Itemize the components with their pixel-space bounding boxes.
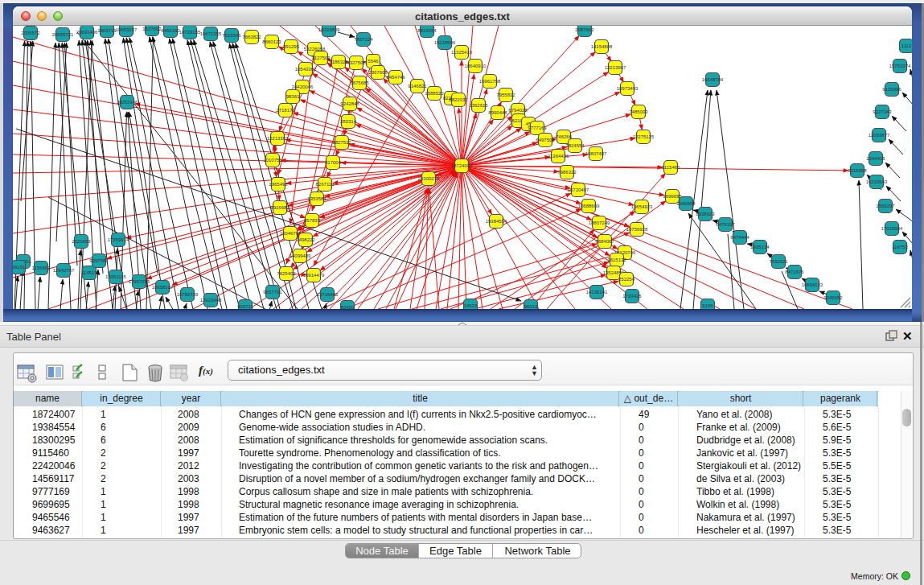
svg-text:114519: 114519 [81, 270, 97, 275]
svg-text:817004: 817004 [325, 160, 342, 165]
svg-text:9827512: 9827512 [332, 140, 351, 145]
svg-text:7955812: 7955812 [496, 93, 515, 97]
svg-text:20053346: 20053346 [117, 100, 138, 105]
svg-text:18640910: 18640910 [465, 64, 487, 68]
svg-text:1640954: 1640954 [676, 201, 696, 206]
svg-text:13716485: 13716485 [317, 292, 339, 297]
svg-text:9684067: 9684067 [595, 239, 614, 244]
svg-text:21364436: 21364436 [548, 154, 569, 159]
svg-text:1569297: 1569297 [876, 204, 895, 208]
svg-text:10719155: 10719155 [179, 30, 201, 35]
svg-text:9474444: 9474444 [730, 235, 749, 240]
svg-text:9129996: 9129996 [882, 87, 901, 92]
svg-text:19384554: 19384554 [486, 219, 507, 224]
svg-text:6497508: 6497508 [536, 138, 555, 142]
svg-text:12275125: 12275125 [633, 134, 655, 139]
svg-text:8660123: 8660123 [262, 39, 281, 44]
svg-text:2367608: 2367608 [368, 70, 388, 75]
svg-text:9146821: 9146821 [408, 84, 427, 89]
svg-text:1112: 1112 [901, 43, 912, 48]
svg-text:7986322: 7986322 [557, 170, 577, 175]
svg-text:98361: 98361 [286, 94, 300, 99]
svg-text:14523: 14523 [464, 303, 478, 308]
svg-text:3824554: 3824554 [565, 143, 585, 148]
svg-text:10958107: 10958107 [152, 285, 174, 290]
svg-text:24420046: 24420046 [292, 84, 314, 89]
svg-text:12093877: 12093877 [869, 133, 890, 138]
svg-text:1916682: 1916682 [270, 205, 290, 210]
svg-text:20955721: 20955721 [52, 32, 74, 37]
svg-text:1733426: 1733426 [622, 294, 642, 299]
svg-text:16914479: 16914479 [303, 273, 325, 278]
svg-text:82450: 82450 [341, 305, 355, 309]
svg-text:16671355: 16671355 [200, 31, 222, 36]
svg-text:12923448: 12923448 [200, 298, 222, 303]
svg-text:14154808: 14154808 [591, 44, 613, 49]
svg-text:17016504: 17016504 [881, 226, 903, 231]
svg-text:1353584: 1353584 [307, 196, 326, 201]
svg-text:8215958: 8215958 [848, 168, 867, 173]
svg-text:10046766: 10046766 [280, 231, 302, 236]
svg-text:15751074: 15751074 [889, 64, 911, 68]
svg-text:18724007: 18724007 [451, 163, 473, 168]
svg-text:280314: 280314 [340, 119, 357, 124]
svg-text:19218506: 19218506 [434, 40, 456, 45]
svg-text:1010755: 1010755 [263, 158, 282, 163]
svg-text:10654122: 10654122 [802, 282, 823, 287]
svg-text:7857224: 7857224 [354, 37, 373, 42]
svg-text:8471676: 8471676 [785, 270, 804, 274]
svg-text:2718170: 2718170 [276, 108, 295, 113]
svg-text:3186328: 3186328 [329, 60, 348, 64]
svg-text:1156862: 1156862 [32, 266, 51, 270]
svg-text:16648784: 16648784 [702, 77, 724, 82]
svg-text:20691406: 20691406 [76, 30, 98, 35]
svg-text:18807249: 18807249 [589, 220, 610, 225]
svg-text:10653257: 10653257 [116, 27, 138, 32]
svg-text:9397587: 9397587 [89, 258, 109, 263]
svg-text:16210643: 16210643 [866, 179, 888, 184]
svg-text:25300275: 25300275 [418, 176, 440, 181]
svg-text:16961758: 16961758 [479, 79, 501, 84]
svg-text:10807487: 10807487 [585, 151, 607, 156]
svg-text:9327508: 9327508 [347, 60, 366, 65]
svg-text:9657791: 9657791 [263, 290, 282, 295]
svg-text:12213967: 12213967 [605, 65, 626, 70]
svg-text:1362615: 1362615 [469, 103, 488, 108]
svg-text:8938923: 8938923 [696, 212, 715, 216]
svg-text:15051115: 15051115 [105, 274, 126, 279]
svg-text:891295: 891295 [283, 44, 300, 49]
svg-text:6479197: 6479197 [716, 222, 735, 227]
svg-text:16782759: 16782759 [177, 292, 199, 297]
svg-text:10756928: 10756928 [626, 227, 648, 232]
svg-text:2935134: 2935134 [750, 245, 770, 249]
svg-text:7515546: 7515546 [222, 33, 241, 38]
svg-text:10973493: 10973493 [617, 86, 639, 91]
svg-text:9156: 9156 [702, 303, 713, 308]
svg-text:7485003: 7485003 [629, 109, 648, 114]
svg-text:6466160: 6466160 [161, 28, 180, 33]
svg-text:116753: 116753 [892, 245, 908, 249]
svg-text:3127509: 3127509 [311, 56, 331, 60]
svg-text:10688609: 10688609 [578, 204, 600, 208]
svg-text:19654923: 19654923 [631, 204, 653, 209]
svg-text:96012: 96012 [524, 304, 538, 309]
svg-text:8990448: 8990448 [488, 110, 507, 115]
svg-text:1527602: 1527602 [142, 27, 162, 31]
svg-text:9227343: 9227343 [873, 109, 892, 114]
svg-text:14099489: 14099489 [290, 253, 311, 258]
svg-text:2087662: 2087662 [575, 27, 594, 32]
svg-text:1615132: 1615132 [607, 257, 626, 262]
svg-text:11325419: 11325419 [451, 50, 473, 55]
svg-text:1588520: 1588520 [425, 91, 444, 96]
svg-text:17359914: 17359914 [108, 237, 129, 242]
svg-text:8267110: 8267110 [316, 182, 335, 187]
svg-text:857833: 857833 [304, 218, 321, 223]
svg-text:17957255: 17957255 [129, 279, 150, 284]
svg-text:252254: 252254 [618, 277, 635, 282]
svg-text:905711: 905711 [237, 304, 253, 309]
svg-text:5675685: 5675685 [350, 80, 369, 85]
svg-text:14136141: 14136141 [586, 290, 608, 295]
svg-text:7632621: 7632621 [769, 259, 788, 264]
svg-text:39151: 39151 [13, 265, 26, 270]
svg-text:16033809: 16033809 [318, 27, 340, 32]
